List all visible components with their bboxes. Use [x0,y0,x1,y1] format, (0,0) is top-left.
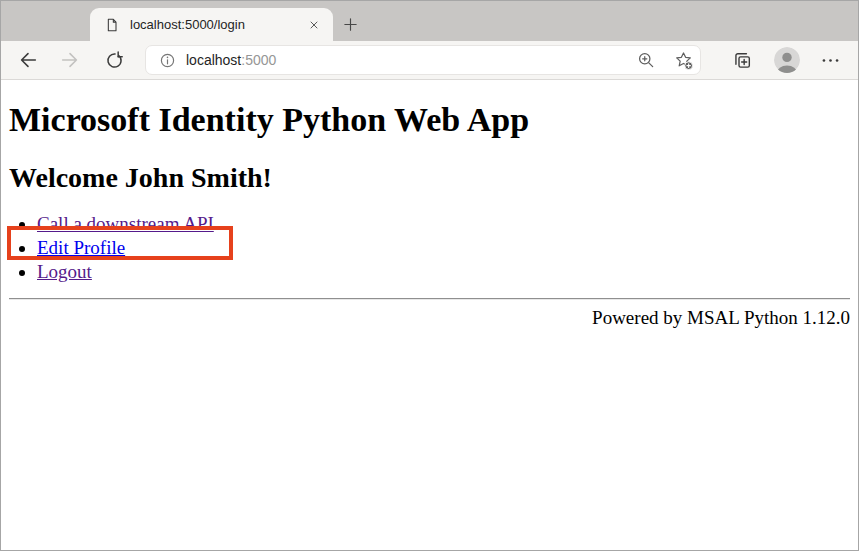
url-port: :5000 [241,52,276,68]
url-text: localhost:5000 [186,52,276,68]
page-title: Microsoft Identity Python Web App [9,100,850,139]
collections-icon[interactable] [728,46,756,74]
list-item: Call a downstream API [37,212,850,236]
tab-title: localhost:5000/login [130,17,305,32]
browser-window: localhost:5000/login [0,0,859,551]
link-list: Call a downstream API Edit Profile Logou… [9,212,850,284]
list-item: Logout [37,260,850,284]
page-document-icon [104,17,120,33]
edit-profile-link[interactable]: Edit Profile [37,237,125,258]
logout-link[interactable]: Logout [37,261,92,282]
add-favorite-star-icon[interactable] [671,48,695,72]
address-bar[interactable]: localhost:5000 [145,45,701,75]
welcome-heading: Welcome John Smith! [9,162,850,194]
tab-strip: localhost:5000/login [1,1,858,41]
call-downstream-api-link[interactable]: Call a downstream API [37,213,214,234]
refresh-button[interactable] [100,46,128,74]
profile-avatar[interactable] [774,47,800,73]
tab-close-icon[interactable] [305,16,323,34]
page-content: Microsoft Identity Python Web App Welcom… [1,100,858,551]
forward-button[interactable] [56,46,84,74]
back-button[interactable] [14,46,42,74]
browser-toolbar: localhost:5000 [1,41,858,80]
more-menu-icon[interactable] [816,46,844,74]
list-item: Edit Profile [37,236,850,260]
powered-by-text: Powered by MSAL Python 1.12.0 [9,307,850,329]
new-tab-button[interactable] [338,12,362,36]
zoom-page-icon[interactable] [634,48,658,72]
divider [9,298,850,300]
url-host: localhost [186,52,241,68]
site-info-icon[interactable] [157,50,177,70]
browser-tab[interactable]: localhost:5000/login [90,8,333,41]
